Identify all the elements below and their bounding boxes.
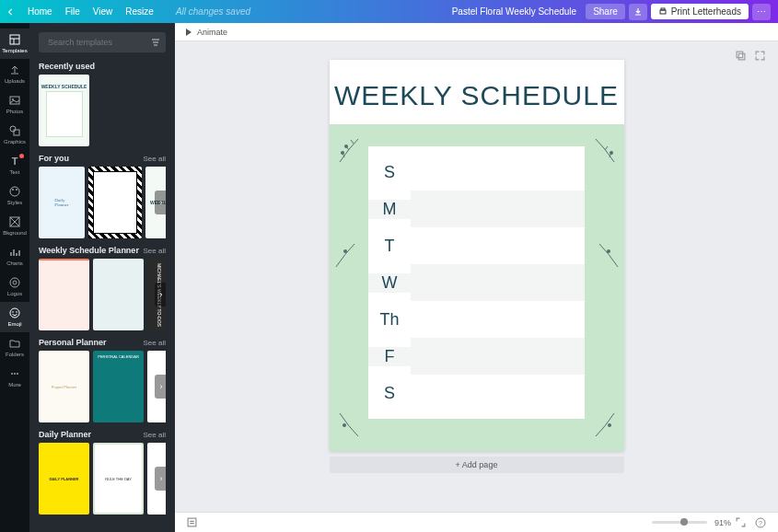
share-button[interactable]: Share <box>586 4 625 19</box>
day-row[interactable]: M <box>368 191 585 227</box>
svg-point-13 <box>13 281 17 284</box>
help-icon[interactable]: ? <box>755 517 766 528</box>
topbar: Home File View Resize All changes saved … <box>0 0 778 23</box>
notes-icon[interactable] <box>187 517 197 527</box>
svg-text:T: T <box>12 156 18 167</box>
print-button[interactable]: Print Letterheads <box>651 4 749 19</box>
day-label: Th <box>368 310 411 330</box>
template-thumb[interactable]: DailyPlanner <box>39 167 85 238</box>
svg-point-10 <box>16 189 17 191</box>
search-input[interactable] <box>48 38 151 47</box>
rail-more[interactable]: More <box>0 363 29 393</box>
rail-graphics[interactable]: Graphics <box>0 120 29 150</box>
rail-text[interactable]: TText <box>0 150 29 180</box>
chevron-right-icon[interactable]: › <box>155 467 166 491</box>
animate-button[interactable]: Animate <box>184 28 227 37</box>
svg-point-14 <box>10 308 19 318</box>
day-content[interactable] <box>411 191 585 227</box>
see-all-link[interactable]: See all <box>144 247 166 255</box>
chart-icon <box>8 246 21 259</box>
print-icon <box>658 7 668 17</box>
rail-templates[interactable]: Templates <box>0 29 29 59</box>
day-row[interactable]: W <box>368 264 585 301</box>
templates-panel: Recently used WEEKLY SCHEDULE For youSee… <box>29 23 175 532</box>
rail-label: Text <box>9 169 19 175</box>
thumb-title: WEEKLY SCHEDULE <box>41 84 87 89</box>
floral-decoration <box>582 130 619 167</box>
template-thumb[interactable] <box>88 167 142 238</box>
rail-bkground[interactable]: Bkground <box>0 211 29 241</box>
doc-heading[interactable]: Weekly Schedule <box>330 80 624 111</box>
section-title: Recently used <box>39 62 95 71</box>
chevron-right-icon[interactable]: › <box>155 375 166 399</box>
zoom-slider[interactable] <box>652 521 707 524</box>
template-thumb[interactable] <box>39 259 89 330</box>
rail-emoji[interactable]: Emoji <box>0 302 29 332</box>
duplicate-page-icon[interactable] <box>736 51 746 61</box>
back-chevron-icon[interactable] <box>7 8 15 16</box>
rail-folders[interactable]: Folders <box>0 332 29 363</box>
template-thumb[interactable]: PERSONAL CALENDAR <box>93 351 144 422</box>
fullscreen-icon[interactable] <box>736 517 746 527</box>
day-label: F <box>368 347 411 366</box>
rail-logos[interactable]: Logos <box>0 272 29 302</box>
template-thumb[interactable]: Project Planner <box>39 351 89 422</box>
document-title[interactable]: Pastel Floral Weekly Schedule <box>452 6 576 17</box>
rail-charts[interactable]: Charts <box>0 241 29 272</box>
week-grid[interactable]: SMTWThFS <box>368 146 585 419</box>
chevron-right-icon[interactable]: › <box>155 191 166 214</box>
menu-file[interactable]: File <box>65 6 80 17</box>
menu-home[interactable]: Home <box>28 6 52 17</box>
day-content[interactable] <box>411 154 585 191</box>
section-title: Personal Planner <box>39 338 107 347</box>
left-rail: TemplatesUploadsPhotosGraphicsTTextStyle… <box>0 23 29 532</box>
bk-icon <box>8 215 21 228</box>
animate-label: Animate <box>197 28 227 37</box>
rail-photos[interactable]: Photos <box>0 89 29 120</box>
template-icon <box>8 33 21 46</box>
see-all-link[interactable]: See all <box>144 339 166 347</box>
expand-page-icon[interactable] <box>755 51 765 61</box>
template-thumb[interactable]: WEEKLY SCHEDULE <box>39 75 89 146</box>
svg-rect-2 <box>10 35 19 44</box>
filter-icon[interactable] <box>151 38 160 47</box>
day-content[interactable] <box>411 301 585 338</box>
more-button[interactable]: ⋯ <box>752 4 771 20</box>
rail-styles[interactable]: Styles <box>0 180 29 211</box>
rail-uploads[interactable]: Uploads <box>0 59 29 89</box>
zoom-value[interactable]: 91% <box>714 518 731 527</box>
document-page[interactable]: Weekly Schedule SMTWThFS <box>330 60 624 451</box>
day-content[interactable] <box>411 338 585 375</box>
section-title: Weekly Schedule Planner <box>39 246 139 255</box>
svg-point-9 <box>12 189 14 191</box>
menu-resize[interactable]: Resize <box>125 6 154 17</box>
add-page-button[interactable]: + Add page <box>330 457 624 473</box>
svg-point-18 <box>14 373 16 375</box>
emoji-icon <box>8 306 21 319</box>
see-all-link[interactable]: See all <box>144 431 166 439</box>
day-row[interactable]: S <box>368 154 585 191</box>
template-thumb[interactable]: DAILY PLANNER <box>39 443 89 515</box>
day-label: W <box>368 273 411 293</box>
photo-icon <box>8 94 21 107</box>
page-controls <box>736 51 765 61</box>
day-row[interactable]: Th <box>368 301 585 338</box>
svg-text:?: ? <box>759 520 762 526</box>
day-row[interactable]: S <box>368 375 585 411</box>
day-content[interactable] <box>411 264 585 301</box>
day-row[interactable]: F <box>368 338 585 375</box>
menu-view[interactable]: View <box>93 6 113 17</box>
chevron-right-icon[interactable]: › <box>155 283 166 306</box>
svg-point-12 <box>10 278 19 287</box>
rail-label: Graphics <box>4 139 26 145</box>
day-content[interactable] <box>411 375 585 411</box>
shapes-icon <box>8 124 21 137</box>
template-thumb[interactable]: RULE THE DAY <box>93 443 144 515</box>
day-content[interactable] <box>411 227 585 264</box>
search-bar[interactable] <box>39 32 166 52</box>
svg-point-23 <box>341 151 344 155</box>
template-thumb[interactable] <box>93 259 144 330</box>
see-all-link[interactable]: See all <box>144 155 166 163</box>
day-row[interactable]: T <box>368 227 585 264</box>
download-button[interactable] <box>629 4 647 20</box>
